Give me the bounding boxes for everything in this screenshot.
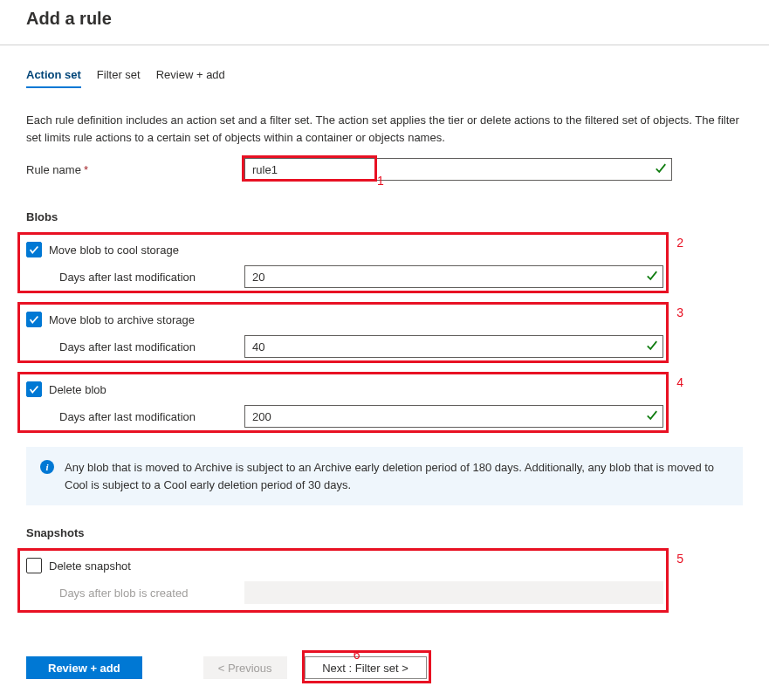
review-add-button[interactable]: Review + add — [26, 656, 142, 679]
section-title-snapshots: Snapshots — [26, 526, 743, 539]
days-input-snapshot — [244, 581, 663, 604]
days-label-cool: Days after last modification — [59, 271, 244, 284]
checkbox-move-cool[interactable] — [26, 242, 42, 257]
wizard-footer: Review + add < Previous Next : Filter se… — [0, 641, 769, 695]
rule-name-input[interactable] — [244, 158, 672, 181]
checkbox-delete-blob[interactable] — [26, 381, 42, 397]
checkbox-label-delete-blob: Delete blob — [49, 383, 106, 396]
info-callout: i Any blob that is moved to Archive is s… — [26, 447, 743, 505]
checkbox-label-move-archive: Move blob to archive storage — [49, 313, 195, 326]
page-header: Add a rule — [0, 0, 769, 45]
checkbox-move-archive[interactable] — [26, 312, 42, 327]
next-button[interactable]: Next : Filter set > — [305, 656, 427, 679]
previous-button: < Previous — [203, 656, 287, 679]
tree-connector-icon — [33, 403, 59, 429]
days-input-archive[interactable] — [244, 335, 663, 358]
days-label-delete: Days after last modification — [59, 410, 244, 423]
description-text: Each rule definition includes an action … — [26, 112, 743, 146]
days-label-snapshot: Days after blob is created — [59, 587, 244, 600]
tree-connector-icon — [33, 580, 59, 606]
checkbox-delete-snapshot[interactable] — [26, 558, 42, 573]
info-text: Any blob that is moved to Archive is sub… — [65, 459, 729, 493]
days-input-cool[interactable] — [244, 265, 663, 288]
section-title-blobs: Blobs — [26, 210, 743, 223]
days-input-delete[interactable] — [244, 405, 663, 428]
checkbox-label-delete-snapshot: Delete snapshot — [49, 559, 131, 573]
page-title: Add a rule — [26, 9, 753, 29]
days-label-archive: Days after last modification — [59, 340, 244, 353]
rule-name-field — [244, 158, 672, 181]
checkbox-label-move-cool: Move blob to cool storage — [49, 244, 179, 257]
info-icon: i — [40, 460, 54, 474]
tree-connector-icon — [33, 264, 59, 290]
tab-filter-set[interactable]: Filter set — [97, 65, 141, 88]
tab-review-add[interactable]: Review + add — [156, 65, 225, 88]
rule-name-label: Rule name* — [26, 163, 244, 176]
tab-action-set[interactable]: Action set — [26, 65, 81, 88]
tree-connector-icon — [33, 333, 59, 360]
tab-strip: Action set Filter set Review + add — [26, 65, 743, 88]
